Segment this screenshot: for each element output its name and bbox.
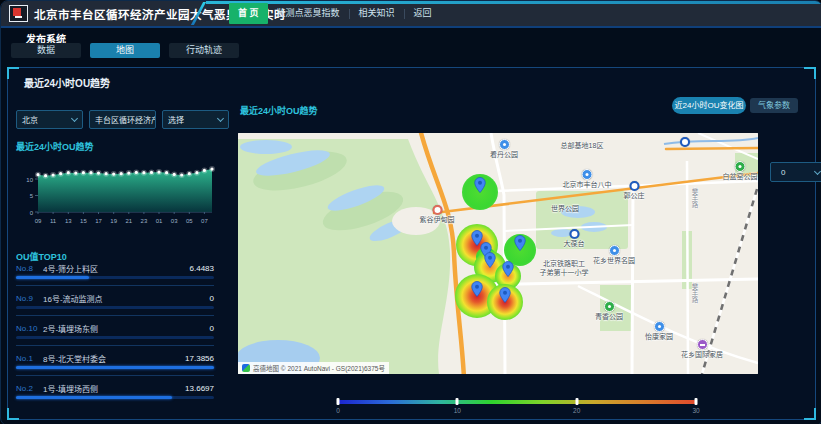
- app-logo-icon: [9, 5, 28, 22]
- trend-area-chart: 0510091113151719212301030507: [12, 152, 224, 232]
- scale-tick-label: 30: [692, 407, 699, 414]
- svg-text:5: 5: [30, 193, 34, 199]
- layer-select[interactable]: 0: [770, 162, 821, 182]
- map-attribution-text: 高德地图 © 2021 AutoNavi - GS(2021)6375号: [253, 363, 385, 373]
- svg-text:21: 21: [125, 218, 132, 224]
- top-item-bar-fill: [16, 276, 89, 279]
- city-select[interactable]: 北京: [16, 110, 83, 129]
- top-item-rank: No.9: [16, 294, 43, 303]
- svg-text:05: 05: [186, 218, 193, 224]
- scale-tick-label: 10: [454, 407, 461, 414]
- top-list-item[interactable]: No.21号-填埋场西侧13.6697: [16, 382, 214, 405]
- svg-text:13: 13: [65, 218, 72, 224]
- top-item-bar-track: [16, 396, 214, 399]
- main-nav: 首 页 监测点恶臭指数 相关知识 返回: [229, 1, 441, 26]
- panel-corner: [804, 67, 816, 79]
- svg-text:11: 11: [50, 218, 57, 224]
- top-item-name: 16号-流动监测点: [43, 293, 210, 304]
- map-attribution: 高德地图 © 2021 AutoNavi - GS(2021)6375号: [238, 362, 389, 374]
- chevron-down-icon: [814, 167, 821, 174]
- top-item-rank: No.2: [16, 384, 43, 393]
- publish-tabs: 数据 地图 行动轨迹: [11, 43, 239, 58]
- svg-text:0: 0: [30, 210, 34, 216]
- main-panel: 最近24小时OU趋势 北京 丰台区循环经济产 选择 最近24小时OU趋势 051…: [7, 67, 816, 420]
- tab-data[interactable]: 数据: [11, 43, 81, 58]
- top-item-value: 17.3856: [185, 354, 214, 363]
- top-list-item[interactable]: No.916号-流动监测点0: [16, 292, 214, 316]
- top-item-bar-fill: [16, 366, 214, 369]
- svg-text:10: 10: [26, 177, 33, 183]
- top-item-bar-track: [16, 276, 214, 279]
- nav-item-home[interactable]: 首 页: [229, 3, 268, 24]
- top-item-rank: No.8: [16, 264, 43, 273]
- site-select-value: 选择: [168, 114, 184, 125]
- map-section-title: 最近24小时OU趋势: [240, 104, 318, 117]
- top-list-item[interactable]: No.18号-北天堂村委会17.3856: [16, 352, 214, 376]
- top-item-value: 6.4483: [190, 264, 214, 273]
- svg-text:07: 07: [201, 218, 208, 224]
- top-item-value: 13.6697: [185, 384, 214, 393]
- tab-track[interactable]: 行动轨迹: [169, 43, 239, 58]
- svg-text:09: 09: [35, 218, 42, 224]
- heatmap-color-scale: 0102030: [338, 398, 696, 414]
- tab-map[interactable]: 地图: [90, 43, 160, 58]
- top-item-name: 8号-北天堂村委会: [43, 353, 185, 364]
- top-list-item[interactable]: No.84号-筛分上料区6.4483: [16, 262, 214, 286]
- scale-tick-marker: [337, 398, 340, 405]
- panel-corner: [804, 408, 816, 420]
- top-item-row: No.102号-填埋场东侧0: [16, 322, 214, 334]
- top-list: No.84号-筛分上料区6.4483No.916号-流动监测点0No.102号-…: [16, 262, 214, 411]
- top-item-bar-track: [16, 306, 214, 309]
- scale-gradient-bar: [338, 400, 696, 404]
- svg-text:19: 19: [110, 218, 117, 224]
- map-pin-icon[interactable]: [471, 281, 483, 297]
- scale-tick-label: 0: [336, 407, 340, 414]
- top-item-row: No.18号-北天堂村委会17.3856: [16, 352, 214, 364]
- map-pin-icon[interactable]: [484, 252, 496, 268]
- weather-params-button[interactable]: 气象参数: [750, 98, 798, 113]
- svg-text:01: 01: [156, 218, 163, 224]
- svg-text:17: 17: [95, 218, 102, 224]
- site-select[interactable]: 选择: [162, 110, 229, 129]
- nav-item-knowledge[interactable]: 相关知识: [350, 3, 404, 24]
- map-pin-icon[interactable]: [474, 177, 486, 193]
- map-pin-icon[interactable]: [502, 261, 514, 277]
- top-item-rank: No.1: [16, 354, 43, 363]
- top-item-value: 0: [210, 324, 214, 333]
- heatmap-layer: [238, 133, 758, 374]
- top-item-rank: No.10: [16, 324, 43, 333]
- svg-text:03: 03: [171, 218, 178, 224]
- chevron-down-icon: [71, 115, 78, 122]
- svg-text:23: 23: [141, 218, 148, 224]
- top-item-name: 2号-填埋场东侧: [43, 323, 210, 334]
- map-canvas[interactable]: 看丹公园总部基地18区白盆窑公园北京市丰台八中郭公庄世界公园紫谷伊甸园大葆台花乡…: [238, 133, 758, 374]
- scale-tick-marker: [456, 398, 459, 405]
- district-select-value: 丰台区循环经济产: [95, 114, 156, 125]
- amap-logo-icon: [242, 364, 250, 372]
- nav-item-back[interactable]: 返回: [405, 3, 441, 24]
- city-select-value: 北京: [22, 114, 38, 125]
- top-item-row: No.84号-筛分上料区6.4483: [16, 262, 214, 274]
- top-item-name: 1号-填埋场西侧: [43, 383, 185, 394]
- top-item-row: No.21号-填埋场西侧13.6697: [16, 382, 214, 394]
- svg-text:15: 15: [80, 218, 87, 224]
- scale-tick-marker: [575, 398, 578, 405]
- top-list-item[interactable]: No.102号-填埋场东侧0: [16, 322, 214, 346]
- map-pin-icon[interactable]: [514, 235, 526, 251]
- layer-select-value: 0: [781, 168, 785, 177]
- top-item-bar-track: [16, 366, 214, 369]
- nav-item-odor-index[interactable]: 监测点恶臭指数: [268, 3, 349, 24]
- top-item-name: 4号-筛分上料区: [43, 263, 190, 274]
- chevron-down-icon: [217, 115, 224, 122]
- ou-change-map-button[interactable]: 近24小时OU变化图: [672, 97, 746, 114]
- map-pin-icon[interactable]: [499, 287, 511, 303]
- scale-tick-label: 20: [573, 407, 580, 414]
- top-item-row: No.916号-流动监测点0: [16, 292, 214, 304]
- scale-tick-marker: [695, 398, 698, 405]
- filter-selects: 北京 丰台区循环经济产 选择: [16, 110, 229, 129]
- top-item-bar-fill: [16, 396, 172, 399]
- app-window: 北京市丰台区循环经济产业园大气恶臭状况实时 首 页 监测点恶臭指数 相关知识 返…: [0, 0, 821, 424]
- top-item-bar-track: [16, 336, 214, 339]
- district-select[interactable]: 丰台区循环经济产: [89, 110, 156, 129]
- panel-corner: [7, 67, 19, 79]
